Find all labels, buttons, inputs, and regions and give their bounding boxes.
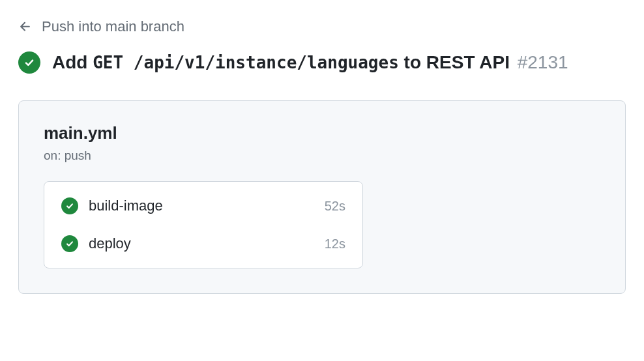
job-row[interactable]: deploy 12s <box>44 225 362 263</box>
jobs-card: build-image 52s deploy 12s <box>44 181 363 268</box>
job-duration: 52s <box>325 199 345 214</box>
job-duration: 12s <box>325 237 345 252</box>
breadcrumb[interactable]: Push into main branch <box>18 18 626 35</box>
job-row[interactable]: build-image 52s <box>44 187 362 225</box>
page-title: Add GET /api/v1/instance/languages to RE… <box>52 51 568 74</box>
check-circle-icon <box>61 197 78 214</box>
arrow-left-icon <box>18 20 33 34</box>
workflow-panel: main.yml on: push build-image 52s deploy… <box>18 100 626 294</box>
workflow-file-name: main.yml <box>44 123 600 143</box>
job-name: deploy <box>89 235 314 252</box>
check-circle-icon <box>61 235 78 252</box>
title-code: GET /api/v1/instance/languages <box>93 53 399 72</box>
title-suffix: to REST API <box>399 52 510 72</box>
issue-number: #2131 <box>518 52 568 72</box>
run-title-row: Add GET /api/v1/instance/languages to RE… <box>18 51 626 74</box>
breadcrumb-label: Push into main branch <box>42 18 184 35</box>
check-circle-icon <box>18 51 40 74</box>
workflow-trigger: on: push <box>44 149 600 163</box>
job-name: build-image <box>89 197 314 214</box>
title-prefix: Add <box>52 52 93 72</box>
